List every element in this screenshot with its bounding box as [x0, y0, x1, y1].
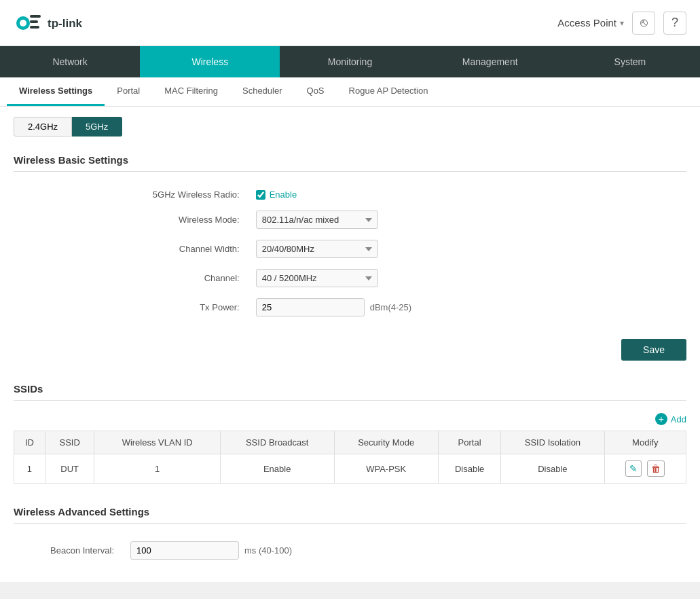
ssids-title: SSIDs: [14, 378, 686, 401]
svg-rect-4: [30, 26, 39, 29]
edit-ssid-button[interactable]: ✎: [625, 460, 642, 477]
subnav-scheduler[interactable]: Scheduler: [230, 77, 295, 106]
beacon-interval-label: Beacon Interval:: [14, 536, 122, 565]
channel-row: Channel: 40 / 5200MHz: [14, 264, 686, 293]
freq-tabs: 2.4GHz 5GHz: [14, 117, 686, 137]
nav-item-wireless[interactable]: Wireless: [140, 46, 280, 77]
row-modify: ✎ 🗑: [604, 454, 686, 484]
tx-power-label: Tx Power:: [14, 293, 248, 322]
header: tp-link Access Point ▾ ⎋ ?: [0, 0, 700, 46]
svg-point-1: [20, 20, 26, 26]
row-ssid-isolation: Disable: [501, 454, 604, 484]
col-ssid-broadcast: SSID Broadcast: [220, 431, 334, 454]
delete-ssid-button[interactable]: 🗑: [647, 460, 665, 477]
radio-label: 5GHz Wireless Radio:: [14, 184, 248, 205]
channel-width-wrapper: 20/40/80MHz: [256, 240, 378, 258]
logout-icon: ⎋: [640, 16, 648, 30]
row-ssid-broadcast: Enable: [220, 454, 334, 484]
col-ssid-isolation: SSID Isolation: [501, 431, 604, 454]
wireless-mode-wrapper: 802.11a/n/ac mixed: [256, 211, 378, 229]
ssids-header: + Add: [14, 413, 686, 425]
wireless-mode-row: Wireless Mode: 802.11a/n/ac mixed: [14, 205, 686, 234]
wireless-advanced-title: Wireless Advanced Settings: [14, 501, 686, 524]
radio-enable-checkbox[interactable]: [256, 190, 265, 200]
save-row: Save: [14, 329, 686, 371]
tx-power-row: Tx Power: dBm(4-25): [14, 293, 686, 322]
subnav-rogue-ap[interactable]: Rogue AP Detection: [337, 77, 441, 106]
radio-enable-label[interactable]: Enable: [256, 189, 678, 200]
ssids-table: ID SSID Wireless VLAN ID SSID Broadcast …: [14, 431, 686, 484]
col-security-mode: Security Mode: [334, 431, 438, 454]
edit-icon: ✎: [629, 463, 638, 474]
subnav-mac-filtering[interactable]: MAC Filtering: [152, 77, 230, 106]
logout-button[interactable]: ⎋: [632, 12, 655, 35]
tx-power-input[interactable]: [256, 298, 365, 316]
row-ssid: DUT: [45, 454, 94, 484]
access-point-label: Access Point ▾: [557, 17, 624, 29]
freq-tab-2.4ghz[interactable]: 2.4GHz: [14, 117, 72, 137]
tplink-logo: [14, 8, 43, 38]
channel-width-row: Channel Width: 20/40/80MHz: [14, 234, 686, 264]
channel-select[interactable]: 40 / 5200MHz: [256, 269, 378, 287]
nav-item-management[interactable]: Management: [420, 46, 560, 77]
wireless-basic-form: 5GHz Wireless Radio: Enable Wireless Mod…: [14, 184, 686, 322]
col-portal: Portal: [438, 431, 500, 454]
trash-icon: 🗑: [651, 463, 661, 474]
content: 2.4GHz 5GHz Wireless Basic Settings 5GHz…: [0, 107, 700, 582]
col-id: ID: [14, 431, 45, 454]
svg-rect-2: [30, 15, 41, 18]
add-label: Add: [671, 414, 686, 424]
channel-width-label: Channel Width:: [14, 234, 248, 264]
enable-text: Enable: [270, 189, 297, 200]
ssids-table-header: ID SSID Wireless VLAN ID SSID Broadcast …: [14, 431, 686, 454]
nav-item-monitoring[interactable]: Monitoring: [280, 46, 420, 77]
row-id: 1: [14, 454, 45, 484]
radio-row: 5GHz Wireless Radio: Enable: [14, 184, 686, 205]
add-icon: +: [655, 413, 667, 425]
channel-width-select[interactable]: 20/40/80MHz: [256, 240, 378, 258]
freq-tab-5ghz[interactable]: 5GHz: [72, 117, 122, 137]
wireless-advanced-form: Beacon Interval: ms (40-100): [14, 536, 686, 565]
row-vlan-id: 1: [94, 454, 220, 484]
help-button[interactable]: ?: [663, 12, 686, 35]
logo: tp-link: [14, 8, 95, 38]
beacon-interval-row: Beacon Interval: ms (40-100): [14, 536, 686, 565]
channel-wrapper: 40 / 5200MHz: [256, 269, 378, 287]
help-icon: ?: [671, 16, 678, 30]
wireless-basic-title: Wireless Basic Settings: [14, 149, 686, 172]
svg-text:tp-link: tp-link: [48, 17, 83, 30]
header-right: Access Point ▾ ⎋ ?: [557, 12, 686, 35]
channel-label: Channel:: [14, 264, 248, 293]
chevron-down-icon: ▾: [620, 18, 624, 28]
svg-rect-3: [30, 20, 38, 23]
col-modify: Modify: [604, 431, 686, 454]
tx-power-unit: dBm(4-25): [370, 302, 411, 312]
main-nav: Network Wireless Monitoring Management S…: [0, 46, 700, 77]
col-vlan-id: Wireless VLAN ID: [94, 431, 220, 454]
col-ssid: SSID: [45, 431, 94, 454]
beacon-interval-unit: ms (40-100): [244, 545, 292, 556]
subnav-portal[interactable]: Portal: [105, 77, 152, 106]
subnav-wireless-settings[interactable]: Wireless Settings: [7, 77, 105, 106]
beacon-interval-input[interactable]: [130, 541, 239, 560]
wireless-mode-label: Wireless Mode:: [14, 205, 248, 234]
table-row: 1 DUT 1 Enable WPA-PSK Disable Disable ✎…: [14, 454, 686, 484]
sub-nav: Wireless Settings Portal MAC Filtering S…: [0, 77, 700, 107]
wireless-mode-select[interactable]: 802.11a/n/ac mixed: [256, 211, 378, 229]
tplink-text-logo: tp-link: [48, 16, 95, 31]
save-button[interactable]: Save: [621, 339, 686, 361]
nav-item-network[interactable]: Network: [0, 46, 140, 77]
row-portal: Disable: [438, 454, 500, 484]
subnav-qos[interactable]: QoS: [295, 77, 337, 106]
nav-item-system[interactable]: System: [560, 46, 700, 77]
add-ssid-button[interactable]: + Add: [655, 413, 686, 425]
row-security-mode: WPA-PSK: [334, 454, 438, 484]
